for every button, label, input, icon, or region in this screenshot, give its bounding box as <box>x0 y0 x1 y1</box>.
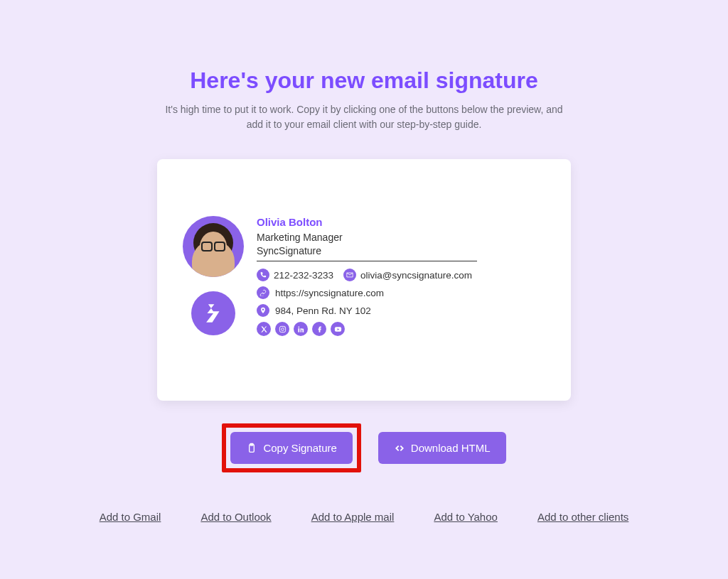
youtube-icon[interactable] <box>331 322 345 336</box>
signature-name: Olivia Bolton <box>257 216 554 228</box>
signature-images <box>174 216 252 336</box>
svg-point-4 <box>298 326 299 328</box>
action-buttons: Copy Signature Download HTML <box>222 423 505 472</box>
instagram-icon[interactable] <box>275 322 289 336</box>
location-icon <box>257 304 269 317</box>
linkedin-icon[interactable] <box>294 322 308 336</box>
signature-details: Olivia Bolton Marketing Manager SyncSign… <box>252 216 554 336</box>
page-subtitle: It's high time to put it to work. Copy i… <box>165 102 563 132</box>
company-logo <box>191 291 235 335</box>
contact-row-website: https://syncsignature.com <box>257 286 554 299</box>
download-button-label: Download HTML <box>411 442 491 454</box>
email-icon <box>343 269 356 281</box>
link-outlook[interactable]: Add to Outlook <box>200 511 271 523</box>
avatar <box>183 216 244 277</box>
svg-point-2 <box>284 327 284 328</box>
download-html-button[interactable]: Download HTML <box>378 432 506 464</box>
signature-preview-card: Olivia Bolton Marketing Manager SyncSign… <box>157 159 571 401</box>
website-value: https://syncsignature.com <box>275 288 384 298</box>
client-links: Add to Gmail Add to Outlook Add to Apple… <box>100 511 629 523</box>
link-yahoo[interactable]: Add to Yahoo <box>434 511 498 523</box>
social-icons <box>257 322 554 336</box>
facebook-icon[interactable] <box>312 322 326 336</box>
svg-rect-3 <box>298 328 299 332</box>
clipboard-icon <box>246 443 257 454</box>
signature-company: SyncSignature <box>257 245 554 256</box>
link-icon <box>257 286 269 299</box>
address-value: 984, Penn Rd. NY 102 <box>275 305 371 316</box>
email-value: olivia@syncsignature.com <box>360 270 472 281</box>
svg-point-1 <box>281 328 284 330</box>
link-apple-mail[interactable]: Add to Apple mail <box>311 511 395 523</box>
link-gmail[interactable]: Add to Gmail <box>100 511 161 523</box>
link-other-clients[interactable]: Add to other clients <box>537 511 628 523</box>
signature: Olivia Bolton Marketing Manager SyncSign… <box>174 216 554 336</box>
phone-icon <box>257 269 269 281</box>
contact-row-phone-email: 212-232-3233 olivia@syncsignature.com <box>257 269 554 281</box>
phone-value: 212-232-3233 <box>274 270 333 281</box>
x-icon[interactable] <box>257 322 271 336</box>
copy-button-label: Copy Signature <box>263 442 336 454</box>
page-title: Here's your new email signature <box>190 67 538 94</box>
copy-signature-button[interactable]: Copy Signature <box>230 432 352 464</box>
signature-divider <box>257 261 477 261</box>
copy-button-highlight: Copy Signature <box>222 423 360 472</box>
signature-role: Marketing Manager <box>257 232 554 243</box>
contact-row-address: 984, Penn Rd. NY 102 <box>257 304 554 317</box>
code-icon <box>394 443 405 454</box>
